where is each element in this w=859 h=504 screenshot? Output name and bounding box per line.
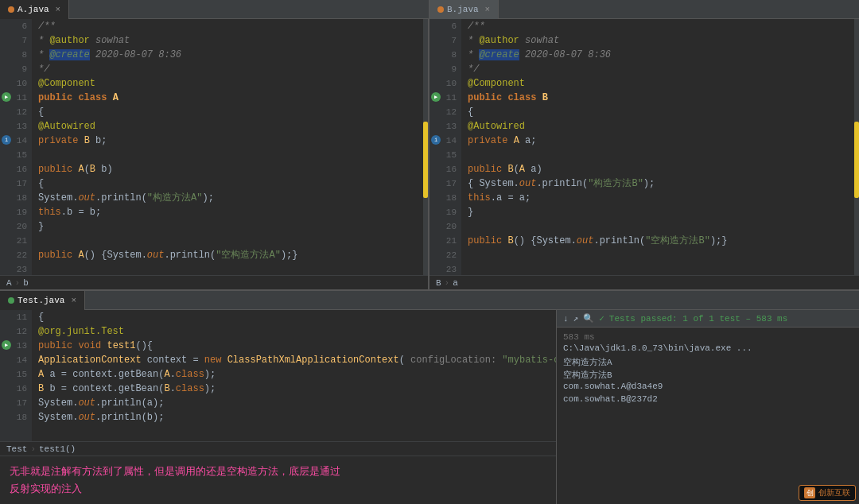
- run-down-icon[interactable]: ↓: [563, 314, 569, 324]
- gutter-line: 23: [430, 262, 461, 275]
- code-line: this.b = b;: [38, 205, 423, 219]
- annotation-area: 无非就是注解有方法到了属性，但是调用的还是空构造方法，底层是通过反射实现的注入: [0, 456, 556, 504]
- run-icon-test[interactable]: ▶: [2, 340, 11, 350]
- console-line-4: com.sowhat.A@d3a4e9: [563, 382, 853, 394]
- run-icon-11[interactable]: ▶: [2, 92, 11, 102]
- scrollbar-left[interactable]: [423, 19, 428, 275]
- code-left[interactable]: /** * @author sowhat * @create 2020-08-0…: [32, 19, 423, 275]
- logo-icon: 创: [804, 487, 815, 498]
- code-line: {: [468, 105, 854, 119]
- run-status-text: Tests passed: 1 of 1 test – 583 ms: [609, 314, 787, 324]
- code-line: @Autowired: [38, 119, 423, 134]
- console-line-3: 空构造方法B: [563, 369, 853, 382]
- gutter-line: 15: [0, 148, 32, 162]
- warning-icon-14r[interactable]: i: [431, 135, 441, 145]
- gutter-line: 16: [430, 162, 461, 176]
- gutter-line: 12: [0, 324, 32, 339]
- code-line: @Component: [38, 76, 423, 91]
- gutter-line: 10: [0, 76, 32, 91]
- gutter-line: 16: [0, 162, 32, 176]
- bc-sep-left: ›: [15, 278, 21, 288]
- code-line: * @author sowhat: [38, 33, 423, 48]
- gutter-line-14r: i 14: [430, 134, 461, 148]
- console-line-1: C:\Java\jdk1.8.0_73\bin\java.exe ...: [563, 343, 853, 356]
- code-line: public void test1(){: [38, 339, 556, 353]
- code-line: [468, 219, 854, 234]
- warning-icon-14[interactable]: i: [2, 135, 11, 145]
- tab-test-java[interactable]: Test.java ×: [0, 291, 85, 310]
- code-line: private A a;: [468, 134, 854, 148]
- tab-b-java-close[interactable]: ×: [485, 5, 491, 14]
- code-line: * @create 2020-08-07 8:36: [38, 48, 423, 62]
- logo-badge: 创 创新互联: [799, 485, 856, 501]
- tab-test-close[interactable]: ×: [71, 296, 76, 305]
- test-editor[interactable]: 11 12 ▶ 13 14 15 16 17 18: [0, 310, 557, 504]
- gutter-line: 15: [430, 148, 461, 162]
- gutter-line: 13: [430, 119, 461, 134]
- gutter-line: 20: [0, 219, 32, 234]
- editor-pane-left: 6 7 8 9 10 ▶ 11 12 13: [0, 19, 430, 289]
- annotation-text: 无非就是注解有方法到了属性，但是调用的还是空构造方法，底层是通过反射实现的注入: [10, 463, 546, 498]
- code-line: A a = context.getBean(A.class);: [38, 367, 556, 382]
- gutter-line: 14: [0, 353, 32, 367]
- gutter-line: 11: [0, 310, 32, 324]
- gutter-right: 6 7 8 9 10 ▶ 11 12 13 i 14: [430, 19, 461, 275]
- gutter-line: 9: [0, 62, 32, 76]
- code-test[interactable]: { @org.junit.Test public void test1(){ A…: [32, 310, 556, 441]
- gutter-line: 6: [430, 19, 461, 33]
- bc-field-left: b: [23, 278, 29, 288]
- tab-a-java[interactable]: A.java ×: [0, 0, 69, 19]
- run-icon-11r[interactable]: ▶: [431, 92, 441, 102]
- breadcrumb-test: Test › test1(): [0, 441, 556, 456]
- code-line: System.out.println(b);: [38, 410, 556, 425]
- tab-b-java[interactable]: B.java ×: [430, 0, 499, 19]
- gutter-line: 22: [0, 248, 32, 262]
- gutter-line: 15: [0, 367, 32, 382]
- bottom-section: Test.java × 11 12 ▶ 13 14: [0, 289, 859, 504]
- run-export-icon[interactable]: ↗: [573, 313, 579, 324]
- tab-test-label: Test.java: [17, 296, 64, 305]
- code-right[interactable]: /** * @author sowhat * @create 2020-08-0…: [461, 19, 854, 275]
- tab-a-java-dot: [8, 6, 14, 13]
- gutter-line: 16: [0, 382, 32, 396]
- code-line: /**: [38, 19, 423, 33]
- tab-a-java-close[interactable]: ×: [56, 5, 61, 14]
- code-line: @Component: [468, 76, 854, 91]
- code-line: [38, 234, 423, 248]
- bc-class-right: B: [436, 278, 441, 288]
- gutter-line: 18: [0, 191, 32, 205]
- gutter-line: 18: [430, 191, 461, 205]
- gutter-line: 19: [430, 205, 461, 219]
- gutter-line: 17: [430, 176, 461, 191]
- gutter-line: 10: [430, 76, 461, 91]
- gutter-left: 6 7 8 9 10 ▶ 11 12 13: [0, 19, 32, 275]
- gutter-line: 17: [0, 176, 32, 191]
- run-bar: ↓ ↗ 🔍 ✓ Tests passed: 1 of 1 test – 583 …: [557, 310, 859, 328]
- code-line: public class B: [468, 91, 854, 105]
- gutter-line: 12: [0, 105, 32, 119]
- run-status-check: ✓: [599, 313, 604, 324]
- scrollbar-right[interactable]: [854, 19, 859, 275]
- bc-field-right: a: [453, 278, 458, 288]
- breadcrumb-right: B › a: [430, 275, 859, 289]
- code-line: [468, 148, 854, 162]
- code-line: this.a = a;: [468, 191, 854, 205]
- tab-b-java-label: B.java: [447, 5, 479, 14]
- code-line: public A() {System.out.println("空构造方法A")…: [38, 248, 423, 262]
- code-line: ApplicationContext context = new ClassPa…: [38, 353, 556, 367]
- gutter-line: 23: [0, 262, 32, 275]
- breadcrumb-left: A › b: [0, 275, 428, 289]
- tab-b-java-dot: [437, 6, 444, 13]
- gutter-line: 7: [430, 33, 461, 48]
- code-line: public B(A a): [468, 162, 854, 176]
- gutter-line: 17: [0, 396, 32, 410]
- console-time: 583 ms: [563, 331, 853, 343]
- gutter-line: 12: [430, 105, 461, 119]
- code-line: [38, 262, 423, 275]
- gutter-line: 13: [0, 119, 32, 134]
- gutter-line-11r: ▶ 11: [430, 91, 461, 105]
- tab-a-java-label: A.java: [17, 5, 49, 14]
- gutter-line-13t: ▶ 13: [0, 339, 32, 353]
- code-line: @Autowired: [468, 119, 854, 134]
- run-search-icon[interactable]: 🔍: [583, 313, 594, 324]
